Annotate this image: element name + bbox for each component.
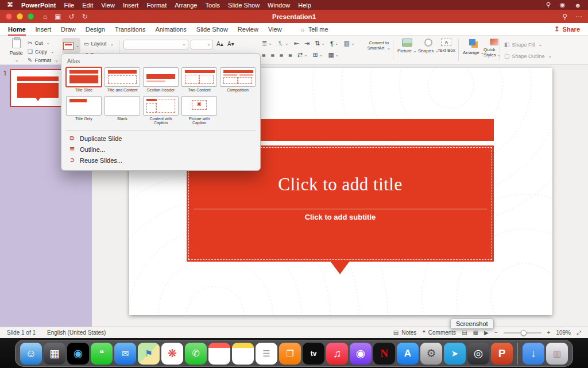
fit-to-window-icon[interactable]: ⤢ bbox=[577, 329, 581, 336]
shape-fill-button[interactable]: ◧ Shape Fill bbox=[504, 41, 542, 48]
layout-option-content-with-caption[interactable]: Content with Caption bbox=[143, 96, 179, 125]
downloads-icon[interactable]: ↓ bbox=[523, 343, 544, 365]
menubar-item-view[interactable]: View bbox=[101, 2, 115, 9]
align-text-button[interactable]: ⇄ bbox=[297, 51, 308, 59]
tab-insert[interactable]: Insert bbox=[36, 23, 52, 36]
tab-animations[interactable]: Animations bbox=[155, 23, 186, 36]
menubar-item-arrange[interactable]: Arrange bbox=[175, 2, 197, 9]
apple-menu-icon[interactable]: ⌘ bbox=[7, 1, 13, 9]
new-slide-button[interactable] bbox=[62, 38, 80, 53]
menubar-item-file[interactable]: File bbox=[64, 2, 75, 9]
picture-button[interactable]: Picture bbox=[397, 39, 417, 53]
layout-option-two-content[interactable]: Two Content bbox=[181, 67, 217, 93]
reminders-icon[interactable]: ☰ bbox=[256, 343, 277, 365]
app-store-icon[interactable]: A bbox=[397, 343, 419, 365]
menubar-item-powerpoint[interactable]: PowerPoint bbox=[21, 2, 56, 9]
messages-icon[interactable]: ❝ bbox=[91, 343, 113, 365]
layout-option-title-only[interactable]: Title Only bbox=[66, 96, 102, 125]
convert-to-smartart-button[interactable]: Convert to SmartArt bbox=[363, 40, 394, 51]
slide-sorter-view-icon[interactable]: ▦ bbox=[473, 329, 478, 336]
justify-button[interactable]: ≡ bbox=[288, 51, 292, 59]
tell-me-button[interactable]: ☼ Tell me bbox=[300, 26, 328, 33]
netflix-icon[interactable]: N bbox=[373, 343, 395, 365]
shapes-button[interactable]: Shapes bbox=[418, 39, 439, 53]
copy-button[interactable]: ❏ Copy bbox=[28, 48, 59, 55]
subtitle-placeholder-text[interactable]: Click to add subtitle bbox=[187, 213, 494, 221]
finder-icon[interactable]: ☺ bbox=[20, 343, 42, 365]
insert-table-button[interactable]: ⊞ bbox=[313, 51, 323, 59]
layout-option-title-and-content[interactable]: Title and Content bbox=[105, 67, 140, 93]
zoom-in-icon[interactable]: + bbox=[547, 329, 551, 336]
save-icon[interactable]: ▣ bbox=[55, 13, 61, 21]
numbering-button[interactable]: ⒈ bbox=[277, 39, 289, 48]
screenshot-icon[interactable]: ◎ bbox=[467, 343, 489, 365]
zoom-slider-knob[interactable] bbox=[521, 330, 527, 336]
close-button[interactable] bbox=[6, 13, 12, 20]
arrange-button[interactable]: Arrange bbox=[463, 39, 484, 55]
menubar-item-insert[interactable]: Insert bbox=[123, 2, 139, 9]
align-left-button[interactable]: ≡ bbox=[262, 51, 265, 59]
user-icon[interactable]: ☻ bbox=[574, 2, 581, 9]
podcasts-icon[interactable]: ◉ bbox=[350, 343, 372, 365]
home-icon[interactable]: ⌂ bbox=[43, 13, 47, 21]
menubar-item-slideshow[interactable]: Slide Show bbox=[228, 2, 260, 9]
more-options-icon[interactable]: ⋯ bbox=[575, 13, 582, 21]
menubar-item-format[interactable]: Format bbox=[146, 2, 167, 9]
quick-styles-button[interactable]: Quick Styles bbox=[483, 39, 504, 57]
shape-outline-button[interactable]: ▢ Shape Outline bbox=[504, 53, 552, 59]
menubar-item-window[interactable]: Window bbox=[268, 2, 290, 9]
undo-icon[interactable]: ↺ bbox=[69, 13, 75, 21]
tab-view[interactable]: View bbox=[268, 23, 282, 36]
format-painter-button[interactable]: ✎ Format bbox=[28, 57, 59, 63]
cut-button[interactable]: ✂ Cut bbox=[28, 40, 59, 46]
search-icon[interactable]: ⚲ bbox=[546, 1, 551, 9]
decrease-indent-button[interactable]: ⇤ bbox=[294, 39, 299, 48]
facetime-icon[interactable]: ✆ bbox=[185, 343, 207, 365]
notes-button[interactable]: ▤ Notes bbox=[393, 329, 417, 336]
increase-indent-button[interactable]: ⇥ bbox=[304, 39, 310, 48]
title-placeholder-text[interactable]: Click to add title bbox=[187, 174, 494, 195]
search-icon[interactable]: ⚲ bbox=[562, 13, 567, 21]
layout-option-blank[interactable]: Blank bbox=[105, 96, 140, 125]
tab-home[interactable]: Home bbox=[8, 23, 26, 36]
powerpoint-dock-icon[interactable]: P bbox=[491, 343, 513, 365]
photos-icon[interactable]: ❋ bbox=[161, 343, 183, 365]
slideshow-view-icon[interactable]: ▶ bbox=[484, 329, 489, 336]
menubar-item-tools[interactable]: Tools bbox=[205, 2, 220, 9]
layout-option-title-slide[interactable]: Title Slide bbox=[66, 67, 102, 93]
comments-button[interactable]: ❝ Comments bbox=[422, 329, 456, 336]
menubar-item-help[interactable]: Help bbox=[298, 2, 311, 9]
tab-draw[interactable]: Draw bbox=[61, 23, 76, 36]
maps-icon[interactable]: ⚑ bbox=[138, 343, 160, 365]
tab-transitions[interactable]: Transitions bbox=[115, 23, 145, 36]
tab-slideshow[interactable]: Slide Show bbox=[196, 23, 228, 36]
font-name-combo[interactable] bbox=[123, 40, 188, 49]
minimize-button[interactable] bbox=[17, 13, 23, 20]
language-button[interactable]: English (United States) bbox=[47, 329, 106, 336]
font-size-combo[interactable] bbox=[191, 40, 213, 49]
trash-icon[interactable]: ▥ bbox=[546, 343, 568, 365]
decrease-font-size-button[interactable]: A▾ bbox=[227, 41, 234, 47]
share-button[interactable]: ↥ Share bbox=[554, 25, 580, 33]
bullets-button[interactable]: ≣ bbox=[262, 39, 272, 48]
notes-app-icon[interactable] bbox=[232, 343, 254, 365]
tab-review[interactable]: Review bbox=[238, 23, 258, 36]
duplicate-slide-menu-item[interactable]: ⧉ Duplicate Slide bbox=[66, 133, 256, 144]
tab-design[interactable]: Design bbox=[86, 23, 105, 36]
telegram-icon[interactable]: ➤ bbox=[444, 343, 466, 365]
normal-view-icon[interactable]: ▤ bbox=[462, 329, 467, 336]
zoom-level[interactable]: 109% bbox=[556, 329, 571, 336]
line-spacing-button[interactable]: ⇅ bbox=[315, 39, 325, 48]
zoom-out-icon[interactable]: − bbox=[494, 329, 498, 336]
outline-menu-item[interactable]: ≣ Outline... bbox=[66, 144, 256, 155]
books-icon[interactable]: ❐ bbox=[279, 343, 301, 365]
maximize-button[interactable] bbox=[28, 13, 34, 20]
columns-button[interactable]: ▥ bbox=[344, 39, 355, 48]
tv-icon[interactable]: tv bbox=[303, 343, 324, 365]
text-box-button[interactable]: A Text Box bbox=[438, 39, 455, 53]
increase-font-size-button[interactable]: A▴ bbox=[216, 41, 223, 47]
layout-option-comparison[interactable]: Comparison bbox=[220, 67, 256, 93]
align-center-button[interactable]: ≡ bbox=[270, 51, 274, 59]
siri-icon[interactable]: ◉ bbox=[560, 1, 566, 9]
menubar-item-edit[interactable]: Edit bbox=[82, 2, 93, 9]
